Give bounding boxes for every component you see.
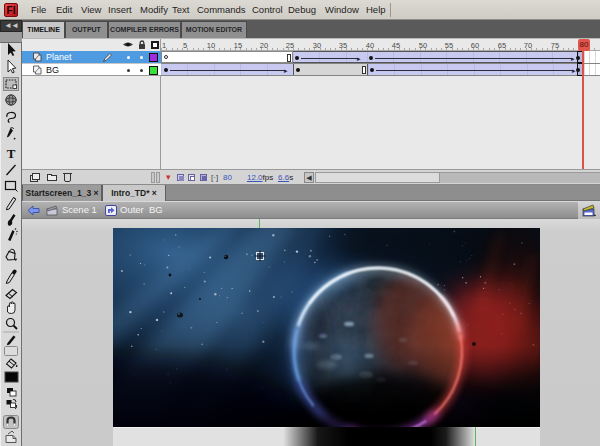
svg-text:T: T [7, 146, 16, 161]
